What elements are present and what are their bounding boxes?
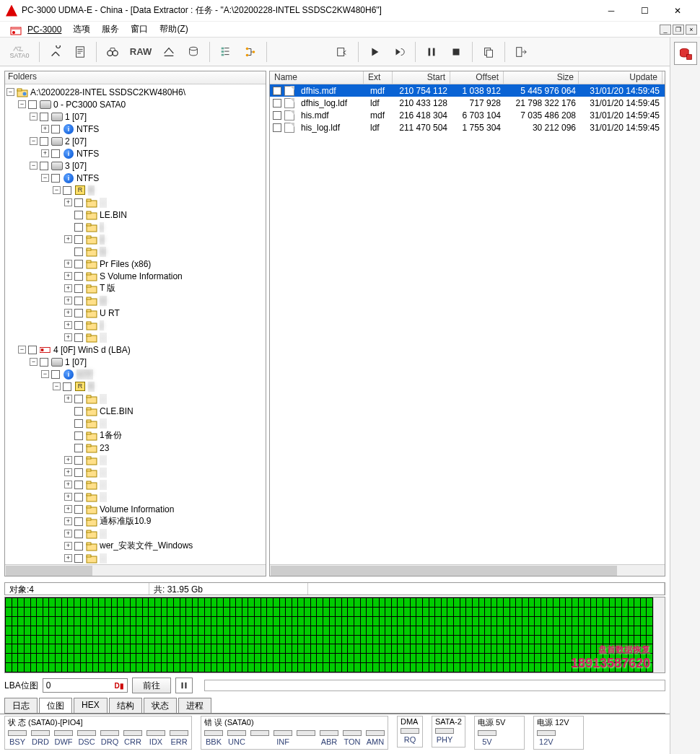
expand-icon[interactable]: +	[41, 149, 49, 157]
raw-button[interactable]: RAW	[126, 41, 156, 63]
tree-checkbox[interactable]	[74, 493, 83, 501]
tools-icon[interactable]	[44, 41, 67, 63]
expand-icon[interactable]: +	[64, 333, 72, 341]
tree-checkbox[interactable]	[28, 100, 37, 109]
tree-checkbox[interactable]	[74, 431, 83, 440]
play-icon[interactable]	[363, 41, 386, 63]
tree-row[interactable]: LE.BIN	[6, 209, 264, 221]
tree-checkbox[interactable]	[63, 382, 71, 391]
tree-checkbox[interactable]	[51, 370, 60, 379]
tree-checkbox[interactable]	[74, 481, 83, 489]
expand-icon[interactable]: +	[64, 517, 72, 525]
tree-checkbox[interactable]	[74, 309, 83, 317]
stop-icon[interactable]	[445, 41, 468, 63]
tree-row[interactable]: +S Volume Information	[6, 270, 264, 282]
tree-row[interactable]: −RR	[6, 380, 264, 393]
tree-checkbox[interactable]	[74, 321, 83, 330]
tree-checkbox[interactable]	[74, 542, 83, 551]
tree-row[interactable]: −RR	[6, 184, 264, 196]
tree-checkbox[interactable]	[63, 186, 71, 195]
file-checkbox[interactable]	[273, 87, 281, 95]
bottom-tab[interactable]: 结构	[109, 698, 142, 713]
tree-checkbox[interactable]	[40, 137, 48, 146]
tree-checkbox[interactable]	[74, 211, 83, 219]
structure-icon[interactable]	[239, 41, 262, 63]
pause-icon[interactable]	[420, 41, 443, 63]
collapse-icon[interactable]: −	[30, 358, 38, 366]
collapse-icon[interactable]: −	[53, 186, 61, 194]
maximize-button[interactable]: ☐	[628, 0, 661, 22]
tree-row[interactable]: +d	[6, 233, 264, 245]
menu-item[interactable]: 帮助(Z)	[155, 22, 192, 37]
tree-row[interactable]: +t3	[6, 294, 264, 307]
tree-checkbox[interactable]	[40, 113, 48, 121]
tree-checkbox[interactable]	[74, 198, 83, 207]
go-button[interactable]: 前往	[132, 678, 171, 693]
sata-port-button[interactable]: SATA0	[4, 41, 35, 63]
tree-checkbox[interactable]	[74, 419, 83, 428]
column-update[interactable]: Update	[579, 71, 662, 84]
menu-item[interactable]: 窗口	[126, 22, 152, 37]
pause-nav-icon[interactable]	[175, 678, 193, 693]
expand-icon[interactable]: +	[64, 542, 72, 550]
map-vertical-scrollbar[interactable]	[653, 597, 665, 672]
expand-icon[interactable]: +	[64, 272, 72, 280]
report-icon[interactable]	[69, 41, 92, 63]
bottom-tab[interactable]: HEX	[74, 698, 108, 713]
file-checkbox[interactable]	[273, 99, 281, 108]
tree-checkbox[interactable]	[51, 174, 60, 183]
tree-row[interactable]: −1 [07]	[6, 356, 264, 368]
tree-row[interactable]: +iNTFS	[6, 123, 264, 135]
mdi-close-button[interactable]: ×	[686, 25, 697, 35]
bottom-tab[interactable]: 日志	[4, 698, 38, 713]
file-row[interactable]: his.mdfmdf216 418 3046 703 1047 035 486 …	[270, 109, 665, 121]
tree-row[interactable]: +z	[6, 319, 264, 331]
tree-checkbox[interactable]	[74, 235, 83, 244]
file-row[interactable]: dfhis_log.ldfldf210 433 128717 92821 798…	[270, 97, 665, 109]
expand-icon[interactable]: +	[64, 530, 72, 538]
collapse-icon[interactable]: −	[53, 382, 61, 390]
tree-checkbox[interactable]	[74, 505, 83, 514]
exit-icon[interactable]	[509, 41, 533, 63]
tree-checkbox[interactable]	[74, 554, 83, 563]
collapse-icon[interactable]: −	[30, 137, 38, 145]
tree-row[interactable]: +···	[6, 552, 264, 564]
collapse-icon[interactable]: −	[41, 370, 49, 378]
tree-row[interactable]: +···	[6, 196, 264, 209]
tree-row[interactable]: +T 版	[6, 282, 264, 294]
collapse-icon[interactable]: −	[30, 162, 38, 170]
tree-checkbox[interactable]	[74, 444, 83, 452]
expand-icon[interactable]: +	[64, 493, 72, 501]
tree-row[interactable]: +通标准版10.9	[6, 515, 264, 527]
column-name[interactable]: Name	[270, 71, 364, 84]
collapse-icon[interactable]: −	[18, 346, 26, 354]
tree-checkbox[interactable]	[74, 456, 83, 465]
tree-horizontal-scrollbar[interactable]	[5, 564, 266, 576]
file-checkbox[interactable]	[273, 123, 281, 132]
task-icon[interactable]	[674, 42, 697, 65]
tree-checkbox[interactable]	[74, 272, 83, 281]
tree-checkbox[interactable]	[74, 297, 83, 305]
menu-app[interactable]: PC-3000	[23, 23, 66, 36]
expand-icon[interactable]: +	[64, 297, 72, 304]
tree-row[interactable]: −1 [07]	[6, 110, 264, 123]
lba-input[interactable]: 0 D▮	[43, 678, 128, 693]
expand-icon[interactable]: +	[64, 468, 72, 476]
close-button[interactable]: ✕	[661, 0, 694, 22]
tree-row[interactable]: −0 - PC3000 SATA0	[6, 98, 264, 110]
menu-item[interactable]: 服务	[97, 22, 123, 37]
tree-checkbox[interactable]	[28, 346, 37, 354]
collapse-icon[interactable]: −	[30, 113, 38, 120]
collapse-icon[interactable]: −	[18, 100, 26, 108]
bottom-tab[interactable]: 位图	[39, 698, 72, 713]
menu-item[interactable]: 选项	[69, 22, 95, 37]
tree-row[interactable]: +···	[6, 478, 264, 491]
collapse-icon[interactable]: −	[41, 174, 49, 182]
tree-row[interactable]: −4 [0F] WinS d (LBA)	[6, 343, 264, 356]
tree-row[interactable]: −2 [07]	[6, 135, 264, 147]
minimize-button[interactable]: ─	[595, 0, 628, 22]
tree-row[interactable]: +···	[6, 466, 264, 478]
bottom-tab[interactable]: 进程	[178, 698, 211, 713]
tree-checkbox[interactable]	[74, 407, 83, 416]
column-size[interactable]: Size	[504, 71, 579, 84]
